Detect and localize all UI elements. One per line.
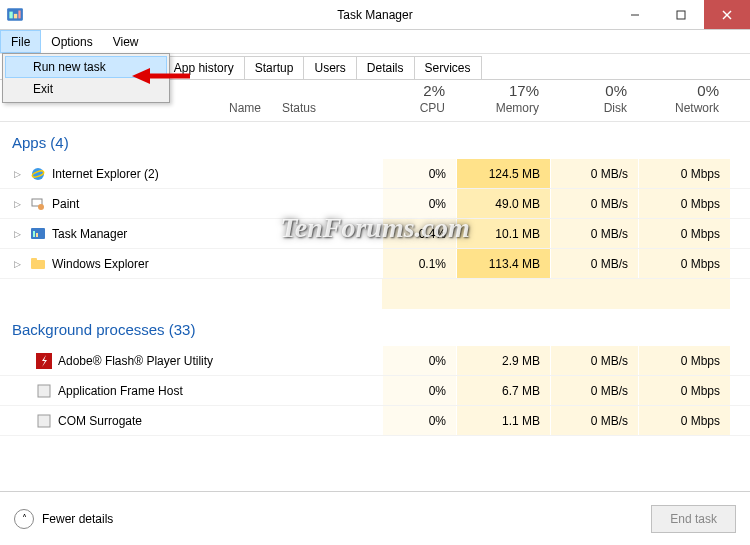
- svg-rect-21: [38, 415, 50, 427]
- generic-app-icon: [36, 413, 52, 429]
- svg-rect-1: [9, 11, 12, 18]
- flash-icon: [36, 353, 52, 369]
- menu-exit[interactable]: Exit: [5, 78, 167, 100]
- process-name: Paint: [52, 197, 79, 211]
- tab-services[interactable]: Services: [414, 56, 482, 79]
- header-status[interactable]: Status: [272, 80, 382, 121]
- expander-icon[interactable]: ▷: [14, 169, 24, 179]
- process-name: Task Manager: [52, 227, 127, 241]
- table-row[interactable]: ▷Internet Explorer (2) 0% 124.5 MB 0 MB/…: [0, 159, 750, 189]
- menubar: File Options View Run new task Exit: [0, 30, 750, 54]
- tab-details[interactable]: Details: [356, 56, 415, 79]
- end-task-button[interactable]: End task: [651, 505, 736, 533]
- menu-options[interactable]: Options: [41, 30, 102, 53]
- process-name: COM Surrogate: [58, 414, 142, 428]
- table-row[interactable]: Application Frame Host 0% 6.7 MB 0 MB/s …: [0, 376, 750, 406]
- svg-rect-16: [36, 233, 38, 237]
- process-name: Adobe® Flash® Player Utility: [58, 354, 213, 368]
- expander-icon[interactable]: ▷: [14, 259, 24, 269]
- process-name: Internet Explorer (2): [52, 167, 159, 181]
- svg-rect-18: [31, 258, 37, 261]
- titlebar: Task Manager: [0, 0, 750, 30]
- paint-icon: [30, 196, 46, 212]
- table-row[interactable]: ▷Paint 0% 49.0 MB 0 MB/s 0 Mbps: [0, 189, 750, 219]
- svg-rect-3: [18, 10, 20, 18]
- file-dropdown: Run new task Exit: [2, 53, 170, 103]
- svg-rect-15: [33, 231, 35, 237]
- header-disk[interactable]: 0%Disk: [550, 80, 638, 121]
- ie-icon: [30, 166, 46, 182]
- header-network[interactable]: 0%Network: [638, 80, 730, 121]
- tab-users[interactable]: Users: [303, 56, 356, 79]
- svg-point-13: [38, 204, 44, 210]
- header-memory[interactable]: 17%Memory: [456, 80, 550, 121]
- app-icon: [6, 6, 24, 24]
- fewer-details-button[interactable]: ˄ Fewer details: [14, 509, 113, 529]
- table-row[interactable]: COM Surrogate 0% 1.1 MB 0 MB/s 0 Mbps: [0, 406, 750, 436]
- expander-icon[interactable]: ▷: [14, 199, 24, 209]
- maximize-button[interactable]: [658, 0, 704, 29]
- process-name: Windows Explorer: [52, 257, 149, 271]
- menu-run-new-task[interactable]: Run new task: [5, 56, 167, 78]
- tab-app-history[interactable]: App history: [163, 56, 245, 79]
- close-button[interactable]: [704, 0, 750, 29]
- expander-icon[interactable]: ▷: [14, 229, 24, 239]
- group-background: Background processes (33): [0, 309, 750, 346]
- explorer-icon: [30, 256, 46, 272]
- svg-rect-17: [31, 260, 45, 269]
- minimize-button[interactable]: [612, 0, 658, 29]
- taskmgr-icon: [30, 226, 46, 242]
- footer: ˄ Fewer details End task: [0, 491, 750, 545]
- menu-file[interactable]: File: [0, 30, 41, 53]
- generic-app-icon: [36, 383, 52, 399]
- window-controls: [612, 0, 750, 29]
- tab-startup[interactable]: Startup: [244, 56, 305, 79]
- table-row[interactable]: ▷Windows Explorer 0.1% 113.4 MB 0 MB/s 0…: [0, 249, 750, 279]
- svg-rect-5: [677, 11, 685, 19]
- svg-rect-20: [38, 385, 50, 397]
- table-row[interactable]: ▷Task Manager 0.4% 10.1 MB 0 MB/s 0 Mbps: [0, 219, 750, 249]
- process-name: Application Frame Host: [58, 384, 183, 398]
- chevron-up-icon: ˄: [14, 509, 34, 529]
- process-list: Apps (4) ▷Internet Explorer (2) 0% 124.5…: [0, 122, 750, 488]
- svg-rect-2: [14, 13, 17, 18]
- window-title: Task Manager: [337, 8, 412, 22]
- group-apps: Apps (4): [0, 122, 750, 159]
- header-cpu[interactable]: 2%CPU: [382, 80, 456, 121]
- table-row[interactable]: Adobe® Flash® Player Utility 0% 2.9 MB 0…: [0, 346, 750, 376]
- menu-view[interactable]: View: [103, 30, 149, 53]
